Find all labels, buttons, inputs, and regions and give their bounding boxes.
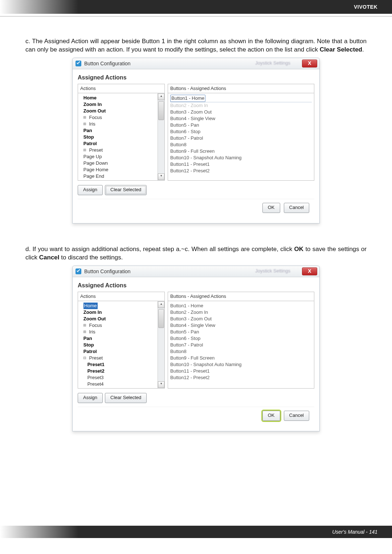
list-item[interactable]: Button11 - Preset1: [170, 368, 312, 374]
scroll-thumb[interactable]: [158, 101, 164, 120]
page-number: User's Manual - 141: [332, 529, 377, 535]
list-item[interactable]: Button8: [170, 348, 312, 355]
button-config-dialog-2: Button Configuration Joystick Settings X…: [72, 266, 320, 431]
tree-item[interactable]: Pan: [79, 127, 163, 134]
actions-scrollbar[interactable]: ▴ ▾: [158, 93, 164, 180]
scroll-up-icon[interactable]: ▴: [158, 301, 164, 308]
list-item[interactable]: Button4 - Single View: [170, 322, 312, 329]
list-item[interactable]: Button5 - Pan: [170, 122, 312, 128]
tree-item[interactable]: Page Home: [79, 167, 163, 173]
clear-selected-label: Clear Selected: [110, 395, 141, 400]
tree-item[interactable]: Preset3: [79, 374, 163, 381]
ok-label: OK: [268, 205, 275, 210]
list-item[interactable]: Button5 - Pan: [170, 329, 312, 335]
para-c-text: c. The Assigned Action will appear besid…: [25, 38, 367, 53]
buttons-assigned-list[interactable]: Button1 - HomeButton2 - Zoom InButton3 -…: [168, 93, 314, 181]
close-icon: X: [308, 268, 311, 274]
close-icon: X: [308, 60, 311, 66]
para-d-suffix: to discard the settings.: [61, 254, 123, 261]
tree-item[interactable]: ⊞ Focus: [79, 322, 163, 329]
actions-column-header: Actions: [78, 84, 165, 93]
scroll-thumb[interactable]: [158, 309, 164, 328]
list-item[interactable]: Button12 - Preset2: [170, 374, 312, 381]
tree-item[interactable]: Zoom In: [79, 101, 163, 108]
tree-item[interactable]: Patrol: [79, 348, 163, 355]
buttons-column-header: Buttons - Assigned Actions: [168, 84, 314, 93]
tree-item[interactable]: Home: [79, 303, 163, 309]
list-item[interactable]: Button11 - Preset1: [170, 161, 312, 168]
page-footer: User's Manual - 141: [0, 526, 392, 538]
tree-item[interactable]: ⊞ Iris: [79, 121, 163, 127]
tree-item[interactable]: ⊞ Preset: [79, 147, 163, 153]
list-item[interactable]: Button6 - Stop: [170, 128, 312, 135]
list-item[interactable]: Button4 - Single View: [170, 115, 312, 122]
tree-item[interactable]: Preset4: [79, 381, 163, 387]
dialog-titlebar[interactable]: Button Configuration Joystick Settings X: [73, 58, 319, 69]
list-item[interactable]: Button2 - Zoom In: [170, 102, 312, 109]
list-item[interactable]: Button10 - Snapshot Auto Naming: [170, 155, 312, 161]
scroll-down-icon[interactable]: ▾: [158, 173, 164, 180]
list-item[interactable]: Button9 - Full Screen: [170, 355, 312, 361]
list-item[interactable]: Button3 - Zoom Out: [170, 109, 312, 115]
background-window-title: Joystick Settings: [255, 60, 290, 66]
actions-tree[interactable]: Home Zoom In Zoom Out ⊞ Focus ⊞ Iris Pan…: [78, 93, 165, 181]
actions-scrollbar[interactable]: ▴ ▾: [158, 301, 164, 388]
list-item[interactable]: Button1 - Home: [170, 303, 312, 309]
tree-item[interactable]: Zoom Out: [79, 108, 163, 114]
cancel-button[interactable]: Cancel: [284, 411, 309, 421]
list-item[interactable]: Button6 - Stop: [170, 335, 312, 342]
assigned-actions-heading: Assigned Actions: [78, 74, 314, 81]
ok-label: OK: [268, 413, 275, 418]
assign-button[interactable]: Assign: [78, 393, 103, 403]
ok-button[interactable]: OK: [262, 411, 280, 421]
brand-label: VIVOTEK: [354, 4, 377, 10]
assign-button[interactable]: Assign: [78, 185, 103, 195]
ok-button[interactable]: OK: [262, 203, 280, 213]
cancel-button[interactable]: Cancel: [284, 203, 309, 213]
list-item[interactable]: Button7 - Patrol: [170, 342, 312, 348]
background-window-title: Joystick Settings: [255, 268, 290, 274]
tree-item[interactable]: Home: [79, 95, 163, 101]
para-c-bold: Clear Selected: [320, 46, 362, 53]
tree-item[interactable]: Page Up: [79, 153, 163, 160]
scroll-down-icon[interactable]: ▾: [158, 381, 164, 388]
scroll-up-icon[interactable]: ▴: [158, 94, 164, 100]
tree-item[interactable]: Patrol: [79, 140, 163, 147]
app-logo-icon: [75, 61, 81, 66]
tree-item[interactable]: Preset2: [79, 368, 163, 374]
list-item[interactable]: Button8: [170, 141, 312, 148]
tree-item[interactable]: Page End: [79, 173, 163, 180]
tree-item[interactable]: ⊟ Preset: [79, 355, 163, 361]
tree-item[interactable]: Pan: [79, 335, 163, 342]
dialog-title: Button Configuration: [84, 268, 131, 274]
tree-item[interactable]: Stop: [79, 134, 163, 140]
para-d-bold2: Cancel: [39, 254, 60, 261]
tree-item[interactable]: Preset5: [79, 387, 163, 389]
tree-item[interactable]: Show Alert: [79, 180, 163, 181]
actions-tree[interactable]: Home Zoom In Zoom Out ⊞ Focus ⊞ Iris Pan…: [78, 301, 165, 389]
list-item[interactable]: Button12 - Preset2: [170, 168, 312, 174]
close-button[interactable]: X: [302, 59, 317, 67]
tree-item[interactable]: Preset1: [79, 361, 163, 368]
list-item[interactable]: Button7 - Patrol: [170, 135, 312, 141]
close-button[interactable]: X: [302, 267, 317, 275]
list-item[interactable]: Button3 - Zoom Out: [170, 316, 312, 322]
assign-button-label: Assign: [83, 187, 97, 192]
tree-item[interactable]: Stop: [79, 342, 163, 348]
dialog-titlebar[interactable]: Button Configuration Joystick Settings X: [73, 266, 319, 277]
tree-item[interactable]: Zoom Out: [79, 316, 163, 322]
clear-selected-button[interactable]: Clear Selected: [105, 393, 147, 403]
list-item[interactable]: Button10 - Snapshot Auto Naming: [170, 361, 312, 368]
cancel-label: Cancel: [289, 205, 304, 210]
tree-item[interactable]: ⊞ Iris: [79, 329, 163, 335]
para-c-suffix: .: [362, 46, 364, 53]
selected-tree-item: Home: [83, 303, 98, 309]
tree-item[interactable]: Page Down: [79, 160, 163, 167]
list-item[interactable]: Button1 - Home: [170, 95, 312, 102]
tree-item[interactable]: ⊞ Focus: [79, 114, 163, 121]
list-item[interactable]: Button2 - Zoom In: [170, 309, 312, 316]
buttons-assigned-list[interactable]: Button1 - HomeButton2 - Zoom InButton3 -…: [168, 301, 314, 389]
list-item[interactable]: Button9 - Full Screen: [170, 148, 312, 155]
tree-item[interactable]: Zoom In: [79, 309, 163, 316]
clear-selected-button[interactable]: Clear Selected: [105, 185, 147, 195]
